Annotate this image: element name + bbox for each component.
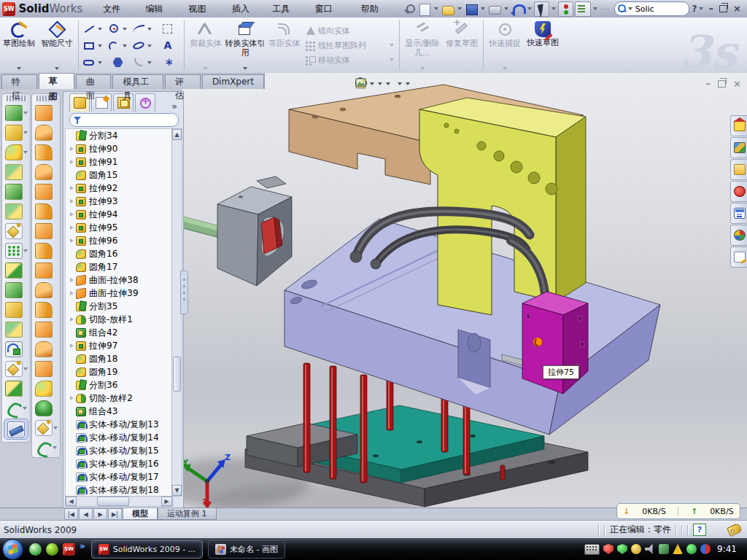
line-icon[interactable] bbox=[83, 23, 96, 34]
dimxpert-manager-tab[interactable] bbox=[135, 93, 155, 112]
status-help-button[interactable]: ? bbox=[693, 524, 706, 536]
quick-launch-app-icon[interactable] bbox=[46, 543, 58, 556]
new-document-button[interactable] bbox=[417, 2, 432, 16]
tree-item[interactable]: 拉伸93 bbox=[66, 195, 172, 208]
tray-antivirus-icon[interactable] bbox=[603, 544, 614, 554]
input-method-icon[interactable] bbox=[584, 544, 600, 555]
extend-surface-icon[interactable] bbox=[35, 243, 53, 259]
measure-icon[interactable] bbox=[7, 421, 25, 438]
tree-item[interactable]: 拉伸94 bbox=[66, 208, 172, 221]
tags-icon[interactable] bbox=[727, 523, 743, 537]
expand-arrow-icon[interactable] bbox=[69, 159, 75, 166]
sketch-fillet-icon[interactable] bbox=[133, 57, 145, 68]
sketch-button[interactable]: 草图绘制 bbox=[0, 18, 38, 73]
tree-item[interactable]: 实体-移动/复制18 bbox=[66, 483, 172, 497]
tab-nav-button[interactable]: ▶| bbox=[108, 508, 122, 520]
expand-arrow-icon[interactable] bbox=[69, 238, 75, 244]
options-dropdown[interactable] bbox=[593, 7, 597, 10]
slot-icon[interactable] bbox=[83, 57, 96, 68]
solidworks-search-tab[interactable] bbox=[730, 181, 747, 202]
tray-update-icon[interactable] bbox=[686, 544, 697, 554]
tree-item[interactable]: 曲面-拉伸38 bbox=[66, 273, 172, 287]
open-dropdown[interactable] bbox=[457, 7, 462, 10]
options-button[interactable] bbox=[575, 1, 590, 17]
select-dropdown[interactable] bbox=[551, 7, 556, 10]
start-button[interactable] bbox=[2, 539, 23, 560]
tree-item[interactable]: 拉伸91 bbox=[66, 155, 172, 168]
taskbar-clock[interactable]: 9:41 bbox=[717, 544, 737, 554]
untrim-surface-icon[interactable] bbox=[35, 341, 53, 357]
freeform-surface-icon[interactable] bbox=[35, 203, 53, 219]
tree-item[interactable]: 圆角17 bbox=[66, 260, 172, 273]
undo-button[interactable] bbox=[511, 2, 525, 16]
taskbar-solidworks-button[interactable]: SW SolidWorks 2009 - ... bbox=[91, 540, 203, 559]
offset-surface-icon[interactable] bbox=[35, 262, 53, 279]
quick-launch-solidworks-icon[interactable]: SW bbox=[63, 543, 75, 556]
boundary-surface-icon[interactable] bbox=[35, 184, 53, 200]
menu-item[interactable]: 文件(F) bbox=[96, 1, 138, 16]
tree-item[interactable]: 圆角15 bbox=[66, 168, 172, 182]
surface-fillet-icon[interactable] bbox=[35, 381, 53, 397]
view-palette-tab[interactable] bbox=[730, 203, 747, 224]
fillet-icon[interactable] bbox=[5, 144, 23, 160]
swept-surface-icon[interactable] bbox=[35, 144, 53, 160]
select-button[interactable] bbox=[534, 1, 549, 17]
trim-entities-button[interactable]: 剪裁实体 bbox=[187, 18, 225, 73]
search-input[interactable] bbox=[634, 4, 675, 15]
expand-arrow-icon[interactable] bbox=[69, 395, 75, 402]
ribbon-tab[interactable]: 草图 bbox=[39, 73, 74, 89]
save-dropdown[interactable] bbox=[481, 7, 485, 10]
menu-item[interactable]: 帮助(H) bbox=[354, 1, 398, 16]
tray-network-icon[interactable] bbox=[659, 544, 669, 554]
extruded-cut-icon[interactable] bbox=[5, 125, 23, 141]
ruled-surface-icon[interactable] bbox=[35, 282, 53, 298]
tree-item[interactable]: 拉伸95 bbox=[66, 221, 172, 234]
menu-item[interactable]: 插入(I) bbox=[225, 1, 265, 16]
doc-minimize-button[interactable]: – bbox=[706, 79, 711, 88]
help-dropdown[interactable] bbox=[699, 7, 703, 10]
model-tab[interactable]: 模型 bbox=[123, 508, 158, 520]
instant3d-icon[interactable] bbox=[5, 223, 23, 239]
arc-icon[interactable] bbox=[108, 40, 120, 51]
expand-arrow-icon[interactable] bbox=[69, 146, 75, 152]
tab-nav-button[interactable]: ◀ bbox=[79, 508, 93, 520]
tree-item[interactable]: 组合43 bbox=[66, 405, 172, 418]
lofted-surface-icon[interactable] bbox=[35, 164, 53, 180]
tray-warning-icon[interactable] bbox=[673, 544, 683, 554]
tree-item[interactable]: 组合42 bbox=[66, 326, 172, 339]
expand-arrow-icon[interactable] bbox=[69, 316, 75, 323]
edit-appearance-icon[interactable] bbox=[393, 77, 395, 91]
split-icon[interactable] bbox=[5, 302, 23, 318]
search-box[interactable] bbox=[614, 1, 689, 16]
app-close-button[interactable]: × bbox=[733, 4, 741, 14]
display-style-icon[interactable] bbox=[377, 77, 383, 91]
tree-item[interactable]: 拉伸96 bbox=[66, 234, 172, 247]
tab-nav-button[interactable]: |◀ bbox=[64, 508, 78, 520]
motion-study-tab[interactable]: 运动算例 1 bbox=[158, 508, 217, 520]
scroll-left-icon[interactable]: ◀ bbox=[66, 497, 77, 506]
tree-item[interactable]: 分割35 bbox=[66, 300, 172, 313]
taskbar-paint-button[interactable]: 未命名 - 画图 bbox=[208, 540, 285, 559]
rib-icon[interactable] bbox=[5, 262, 23, 279]
tree-item[interactable]: 切除-放样1 bbox=[66, 313, 172, 326]
solidworks-resources-tab[interactable] bbox=[730, 115, 747, 136]
tree-item[interactable]: 圆角19 bbox=[66, 365, 172, 378]
freeform-icon[interactable] bbox=[35, 420, 53, 436]
repair-sketch-button[interactable]: 修复草图 bbox=[443, 18, 481, 73]
extruded-boss-icon[interactable] bbox=[5, 105, 23, 121]
scroll-thumb[interactable] bbox=[173, 357, 181, 392]
menu-item[interactable]: 工具(T) bbox=[265, 1, 308, 16]
ribbon-tab[interactable]: 模具工具 bbox=[112, 74, 163, 89]
hide-show-items-icon[interactable] bbox=[385, 77, 391, 91]
tree-item[interactable]: 拉伸92 bbox=[66, 182, 172, 195]
curve-through-points-icon[interactable] bbox=[6, 401, 22, 416]
tray-sync-icon[interactable] bbox=[700, 544, 711, 554]
quick-launch-chevron[interactable]: » bbox=[80, 541, 85, 551]
tree-filter-input[interactable] bbox=[69, 113, 179, 127]
move-copy-body-icon[interactable] bbox=[5, 341, 23, 357]
curve-icon[interactable] bbox=[36, 440, 52, 455]
expand-arrow-icon[interactable] bbox=[69, 277, 75, 284]
pushpin-icon[interactable] bbox=[402, 2, 416, 16]
search-scope-dropdown[interactable] bbox=[628, 7, 632, 10]
custom-properties-tab[interactable] bbox=[730, 246, 747, 268]
